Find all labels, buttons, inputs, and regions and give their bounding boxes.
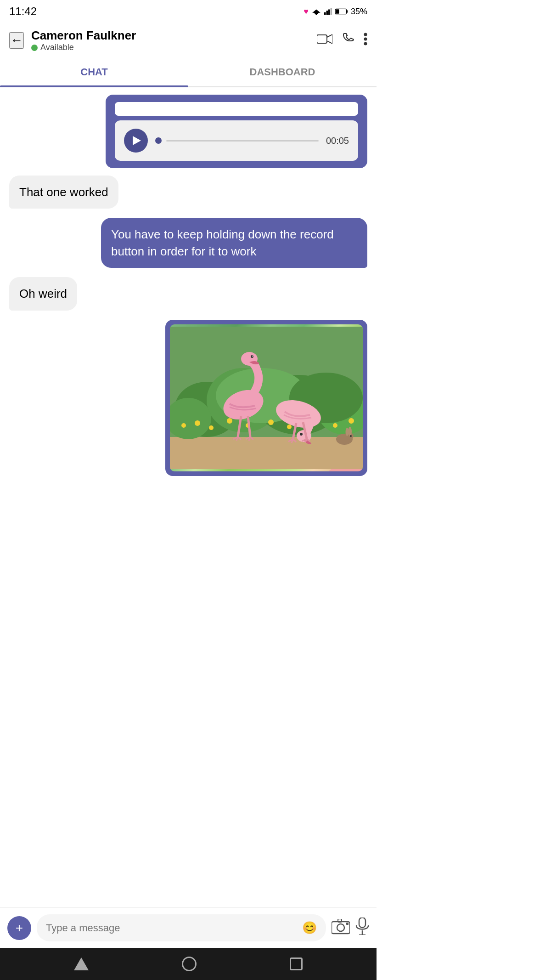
header-actions [317,33,367,49]
more-vert-icon [364,33,367,45]
wifi-icon [311,8,321,15]
message-bubble-received: That one worked [9,176,118,209]
svg-point-30 [349,418,354,424]
flamingo-image[interactable] [170,324,363,471]
svg-point-11 [364,37,367,40]
message-row: Oh weird [9,277,367,310]
phone-call-button[interactable] [342,33,354,49]
svg-rect-8 [317,35,327,43]
battery-icon [335,8,348,15]
audio-bubble: 00:05 [106,95,367,168]
svg-rect-14 [170,437,363,469]
message-row: That one worked [9,176,367,209]
flamingo-scene-svg [170,324,363,471]
svg-point-37 [252,356,253,357]
svg-point-10 [364,33,367,36]
status-label: Available [40,43,74,52]
svg-rect-4 [330,8,332,15]
tab-dashboard[interactable]: DASHBOARD [188,58,377,86]
svg-point-47 [350,435,352,437]
svg-point-12 [364,42,367,45]
svg-point-46 [346,428,349,436]
image-message [9,320,367,476]
image-bubble [165,320,367,476]
progress-dot [155,137,162,144]
battery-percent: 35% [351,7,367,17]
svg-rect-2 [326,11,328,15]
back-button[interactable]: ← [9,32,24,49]
chat-area: 00:05 That one worked You have to keep h… [0,87,377,501]
svg-rect-3 [328,10,330,15]
video-camera-icon [317,34,332,45]
svg-point-22 [195,420,200,426]
status-indicator [31,45,38,51]
svg-point-29 [333,423,337,428]
more-options-button[interactable] [364,33,367,49]
message-bubble-received-2: Oh weird [9,277,77,310]
svg-point-27 [287,425,292,429]
signal-icon [324,8,332,15]
svg-point-31 [181,423,186,428]
status-time: 11:42 [9,5,37,18]
message-bubble-sent: You have to keep holding down the record… [101,218,367,268]
svg-point-36 [251,355,253,358]
video-call-button[interactable] [317,34,332,48]
contact-name: Cameron Faulkner [31,28,309,43]
svg-point-24 [227,418,232,424]
status-icons: ♥ 35% [304,7,367,17]
heart-icon: ♥ [304,7,309,17]
tab-chat[interactable]: CHAT [0,58,188,86]
svg-rect-6 [346,10,348,13]
svg-point-42 [300,433,303,436]
progress-bar[interactable] [166,140,319,142]
audio-message: 00:05 [9,95,367,168]
svg-rect-7 [336,9,339,13]
contact-status: Available [31,43,309,52]
svg-marker-0 [312,10,320,15]
tabs: CHAT DASHBOARD [0,58,377,87]
audio-duration: 00:05 [326,136,349,146]
svg-point-23 [209,425,214,430]
play-button[interactable] [124,129,148,153]
audio-player: 00:05 [115,120,358,161]
audio-progress [155,137,319,144]
contact-info: Cameron Faulkner Available [31,28,309,52]
audio-top-bar [115,102,358,116]
header: ← Cameron Faulkner Available [0,23,377,58]
message-row: You have to keep holding down the record… [9,218,367,268]
status-bar: 11:42 ♥ 35% [0,0,377,23]
svg-rect-1 [324,12,326,15]
phone-icon [342,33,354,45]
svg-point-26 [268,419,274,425]
play-icon [133,136,141,145]
svg-marker-9 [327,34,332,44]
